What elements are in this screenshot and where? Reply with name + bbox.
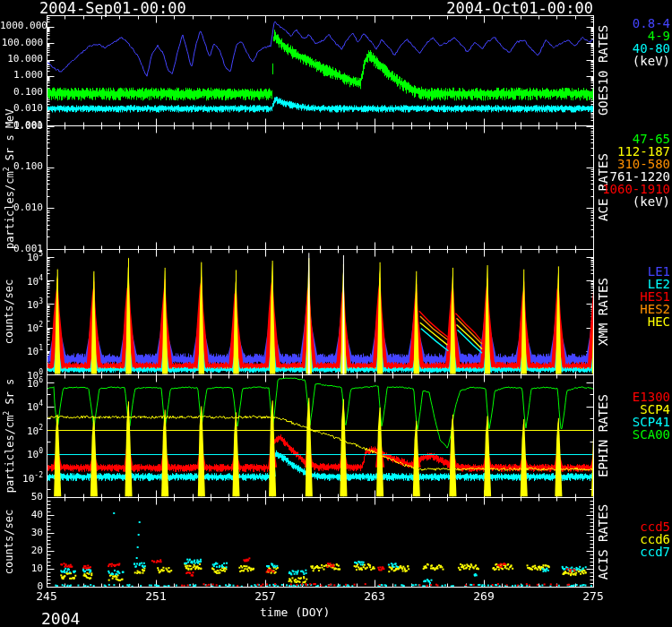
x-axis-title: time (DOY) [260,606,330,618]
legend-entry-1060-1910: 1060-1910 [572,183,670,195]
y-axis-title-ephin: particles/cm2 Sr s [4,374,15,497]
y-tick-label: 1000.000 [0,21,43,30]
end-date-title: 2004-Oct01-00:00 [446,1,593,16]
legend-entry-hec: HEC [572,315,670,328]
y-axis-title-acis: counts/sec [4,497,14,587]
legend-entry-ccd5: ccd5 [572,520,670,533]
start-date-title: 2004-Sep01-00:00 [39,1,186,16]
legend-entry-scp41: SCP41 [572,416,670,428]
y-tick-label: 0.100 [0,87,43,97]
x-tick-label: 251 [136,590,176,602]
legend-entry-hes2: HES2 [572,303,670,315]
x-tick-label: 269 [464,590,504,602]
legend-entry--kev-: (keV) [572,55,670,67]
year-label: 2004 [41,611,80,627]
legend-entry-ccd7: ccd7 [572,545,670,558]
y-tick-label: 10.000 [0,54,43,64]
legend-entry-le2: LE2 [572,278,670,290]
x-tick-label: 263 [355,590,394,602]
radiation-monitor-plot: 2004-Sep01-00:00 2004-Oct01-00:00 time (… [0,0,672,627]
legend-entry-le1: LE1 [572,265,670,278]
legend-entry-4-9: 4-9 [572,30,670,42]
y-axis-title-xmm: counts/sec [4,249,14,374]
legend-entry-310-580: 310-580 [572,158,670,170]
x-tick-label: 257 [246,590,285,602]
x-tick-label: 275 [573,590,613,602]
legend-entry-47-65: 47-65 [572,133,670,145]
legend-entry-112-187: 112-187 [572,145,670,158]
legend-entry-sca00: SCA00 [572,428,670,441]
legend-entry-hes1: HES1 [572,290,670,303]
x-tick-label: 245 [27,590,66,602]
legend-entry-40-80: 40-80 [572,42,670,55]
legend-entry-e1300: E1300 [572,391,670,403]
legend-entry-scp4: SCP4 [572,403,670,416]
y-tick-label: 1.000 [0,70,43,80]
legend-entry-761-1220: 761-1220 [572,170,670,183]
y-axis-title-ace: particles/cm2 Sr s MeV [4,125,15,249]
legend-entry--kev-: (keV) [572,195,670,208]
legend-entry-ccd6: ccd6 [572,533,670,545]
legend-entry-0-8-4: 0.8-4 [572,17,670,30]
y-tick-label: 100.000 [0,38,43,47]
